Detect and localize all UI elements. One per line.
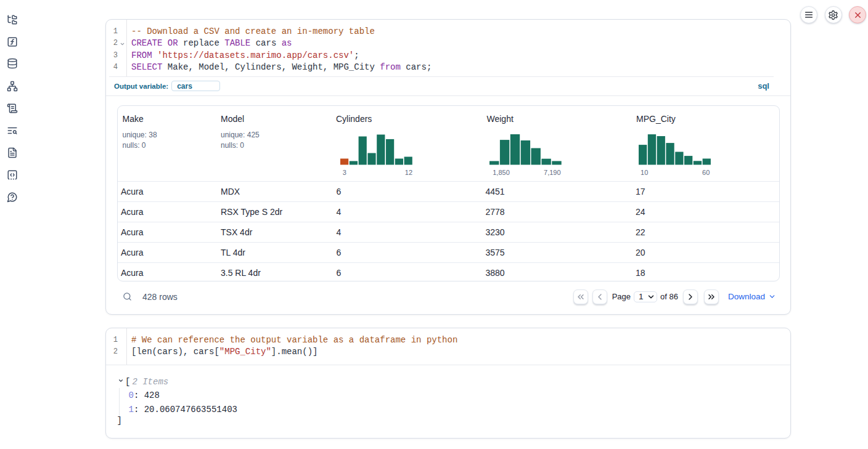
svg-text:12: 12 bbox=[405, 169, 412, 176]
svg-text:60: 60 bbox=[702, 169, 710, 176]
svg-text:7,190: 7,190 bbox=[544, 169, 561, 176]
svg-text:1,850: 1,850 bbox=[493, 169, 510, 176]
svg-text:10: 10 bbox=[641, 169, 648, 176]
svg-text:3: 3 bbox=[343, 169, 346, 176]
